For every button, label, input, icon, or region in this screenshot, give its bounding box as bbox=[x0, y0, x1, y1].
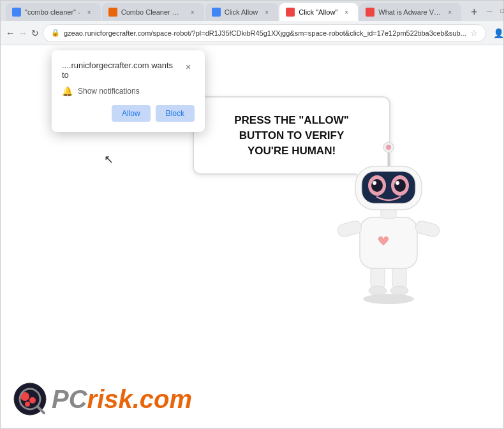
risk-text: risk bbox=[87, 385, 133, 413]
tab-label-5: What is Adware Vi... bbox=[378, 8, 441, 16]
tab-combo-cleaner-pr[interactable]: Combo Cleaner Pr... × bbox=[102, 3, 204, 21]
popup-close-button[interactable]: × bbox=[182, 61, 195, 73]
tab-close-5[interactable]: × bbox=[445, 7, 455, 17]
window-controls: — □ × bbox=[485, 7, 504, 15]
com-text: .com bbox=[133, 385, 192, 413]
tab-combo-cleaner[interactable]: "combo cleaner" - × bbox=[6, 3, 101, 21]
page-content: ....runicforgecrafter.com wants to × 🔔 S… bbox=[1, 45, 503, 428]
cursor: ↖ bbox=[104, 152, 114, 166]
tab-adware[interactable]: What is Adware Vi... × bbox=[359, 3, 461, 21]
tab-label-3: Click Allow bbox=[225, 8, 258, 16]
svg-point-4 bbox=[390, 286, 408, 295]
address-bar[interactable]: 🔒 gzeao.runicforgecrafter.com/space-robo… bbox=[43, 24, 486, 42]
svg-point-22 bbox=[29, 397, 36, 404]
lock-icon: 🔒 bbox=[51, 29, 60, 37]
refresh-button[interactable]: ↻ bbox=[31, 24, 39, 42]
popup-notification-text: Show notifications bbox=[78, 87, 140, 96]
tab-label-4: Click "Allow" bbox=[299, 8, 337, 16]
pcrisk-logo-icon bbox=[13, 382, 47, 416]
bookmark-icon[interactable]: ☆ bbox=[470, 28, 478, 38]
allow-button[interactable]: Allow bbox=[112, 105, 151, 122]
popup-notification-row: 🔔 Show notifications bbox=[62, 86, 195, 96]
tab-favicon-3 bbox=[212, 8, 221, 17]
tab-close-1[interactable]: × bbox=[84, 7, 94, 17]
new-tab-button[interactable]: + bbox=[465, 3, 483, 21]
tab-label-1: "combo cleaner" - bbox=[25, 8, 80, 16]
robot-illustration bbox=[325, 128, 452, 294]
pcrisk-text: PCrisk.com bbox=[52, 385, 192, 414]
popup-title: ....runicforgecrafter.com wants to bbox=[62, 61, 182, 80]
tab-group: "combo cleaner" - × Combo Cleaner Pr... … bbox=[6, 1, 483, 21]
svg-point-17 bbox=[394, 179, 406, 192]
tab-label-2: Combo Cleaner Pr... bbox=[121, 8, 184, 16]
back-button[interactable]: ← bbox=[6, 24, 15, 42]
popup-header: ....runicforgecrafter.com wants to × bbox=[62, 61, 195, 80]
tab-close-4[interactable]: × bbox=[341, 7, 352, 17]
block-button[interactable]: Block bbox=[156, 105, 195, 122]
toolbar-icons: 👤 ⋮ bbox=[490, 24, 504, 42]
forward-button[interactable]: → bbox=[19, 24, 27, 42]
svg-point-12 bbox=[386, 145, 391, 150]
tab-click-allow-active[interactable]: Click "Allow" × bbox=[279, 3, 358, 21]
browser-frame: "combo cleaner" - × Combo Cleaner Pr... … bbox=[0, 0, 504, 429]
tab-favicon-2 bbox=[108, 8, 117, 17]
pc-text: PC bbox=[52, 385, 87, 413]
svg-point-16 bbox=[371, 179, 383, 192]
svg-rect-7 bbox=[414, 219, 441, 238]
speech-line2: YOU'RE HUMAN! bbox=[248, 145, 336, 157]
tab-favicon-4 bbox=[286, 8, 295, 17]
robot-svg bbox=[325, 128, 452, 307]
svg-point-0 bbox=[363, 294, 414, 304]
svg-point-18 bbox=[373, 181, 376, 185]
svg-point-19 bbox=[396, 181, 399, 185]
svg-rect-5 bbox=[360, 217, 417, 268]
title-bar: "combo cleaner" - × Combo Cleaner Pr... … bbox=[1, 1, 503, 21]
tab-close-3[interactable]: × bbox=[262, 7, 272, 17]
profile-button[interactable]: 👤 bbox=[490, 24, 504, 42]
notification-popup: ....runicforgecrafter.com wants to × 🔔 S… bbox=[52, 50, 205, 132]
svg-rect-6 bbox=[336, 219, 363, 238]
minimize-button[interactable]: — bbox=[485, 7, 493, 15]
pcrisk-logo: PCrisk.com bbox=[13, 382, 192, 416]
tab-close-2[interactable]: × bbox=[188, 7, 198, 17]
popup-buttons: Allow Block bbox=[62, 105, 195, 122]
maximize-button[interactable]: □ bbox=[498, 7, 504, 15]
bell-icon: 🔔 bbox=[62, 86, 73, 96]
tab-favicon-1 bbox=[12, 8, 21, 17]
tab-favicon-5 bbox=[366, 8, 374, 17]
tab-click-allow[interactable]: Click Allow × bbox=[205, 3, 279, 21]
browser-toolbar: ← → ↻ 🔒 gzeao.runicforgecrafter.com/spac… bbox=[1, 21, 503, 45]
svg-point-23 bbox=[25, 402, 30, 407]
svg-point-3 bbox=[369, 286, 387, 295]
address-text: gzeao.runicforgecrafter.com/space-robot/… bbox=[64, 29, 466, 37]
